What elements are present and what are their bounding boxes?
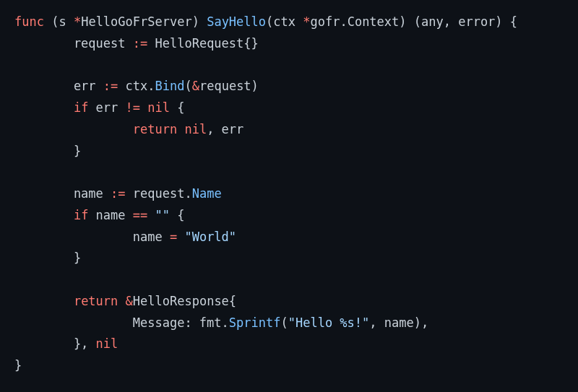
line-10: if name == "" { [14,208,184,222]
line-4: err := ctx.Bind(&request) [14,79,259,93]
line-11: name = "World" [14,230,236,244]
line-1: func (s *HelloGoFrServer) SayHello(ctx *… [14,14,517,29]
line-9: name := request.Name [14,186,222,201]
line-7: } [14,144,81,158]
line-6: return nil, err [14,122,243,136]
line-12: } [14,251,81,265]
function-name: SayHello [207,14,266,29]
line-5: if err != nil { [14,100,184,115]
keyword-func: func [14,14,44,29]
line-14: return &HelloResponse{ [14,294,236,308]
code-block: func (s *HelloGoFrServer) SayHello(ctx *… [14,12,564,377]
line-16: }, nil [14,336,118,351]
line-15: Message: fmt.Sprintf("Hello %s!", name), [14,315,428,330]
line-17: } [14,358,22,373]
line-2: request := HelloRequest{} [14,36,259,51]
